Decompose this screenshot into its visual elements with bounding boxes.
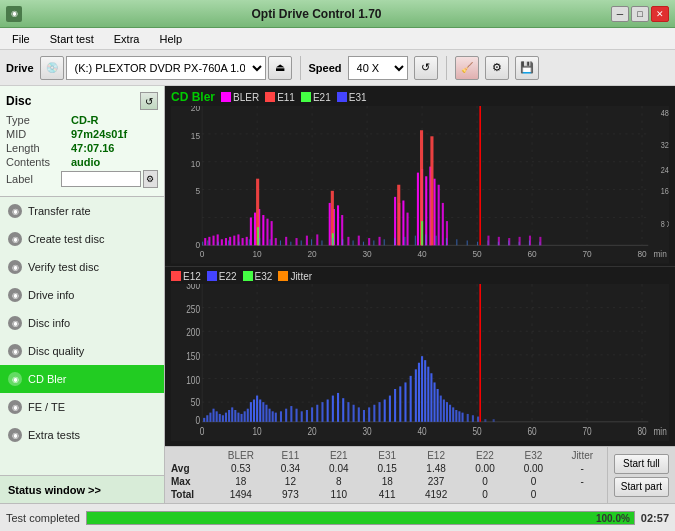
svg-rect-184 xyxy=(280,411,282,422)
svg-rect-108 xyxy=(363,242,364,246)
start-part-button[interactable]: Start part xyxy=(614,477,669,497)
svg-rect-205 xyxy=(389,395,391,421)
disc-type-label: Type xyxy=(6,114,71,126)
svg-rect-96 xyxy=(238,242,239,246)
disc-refresh-button[interactable]: ↺ xyxy=(140,92,158,110)
total-bler: 1494 xyxy=(215,488,266,501)
svg-rect-168 xyxy=(228,410,230,422)
svg-text:min: min xyxy=(653,249,666,260)
svg-text:20: 20 xyxy=(307,424,316,436)
statusbar: Test completed 100.0% 02:57 xyxy=(0,503,675,531)
svg-text:50: 50 xyxy=(472,249,481,260)
svg-rect-193 xyxy=(327,399,329,421)
sidebar-item-extra-tests[interactable]: ◉ Extra tests xyxy=(0,421,164,449)
svg-text:70: 70 xyxy=(582,424,591,436)
disc-label-input[interactable] xyxy=(61,171,141,187)
avg-e21: 0.04 xyxy=(315,462,363,475)
chart2-legend: E12 E22 E32 Jitter xyxy=(171,271,669,282)
menu-extra[interactable]: Extra xyxy=(106,31,148,47)
chart1-svg: 20 15 10 5 0 0 10 20 30 40 50 60 70 80 m… xyxy=(171,106,669,264)
svg-rect-171 xyxy=(237,412,239,421)
table-row: Max 18 12 8 18 237 0 0 - xyxy=(165,475,607,488)
svg-text:40: 40 xyxy=(417,424,426,436)
svg-rect-220 xyxy=(446,402,448,422)
svg-rect-112 xyxy=(404,237,405,245)
max-label: Max xyxy=(165,475,215,488)
total-e32: 0 xyxy=(509,488,557,501)
sidebar-item-disc-quality[interactable]: ◉ Disc quality xyxy=(0,337,164,365)
status-window-button[interactable]: Status window >> xyxy=(0,475,164,503)
sidebar-item-create-test-disc[interactable]: ◉ Create test disc xyxy=(0,225,164,253)
svg-text:80: 80 xyxy=(637,249,646,260)
svg-rect-221 xyxy=(449,404,451,421)
svg-rect-164 xyxy=(216,411,218,422)
svg-rect-37 xyxy=(208,237,210,245)
menu-start-test[interactable]: Start test xyxy=(42,31,102,47)
svg-rect-189 xyxy=(306,410,308,422)
settings-button[interactable]: ⚙ xyxy=(485,56,509,80)
separator-1 xyxy=(300,56,301,80)
svg-rect-203 xyxy=(379,402,381,422)
max-e12: 237 xyxy=(411,475,460,488)
avg-bler: 0.53 xyxy=(215,462,266,475)
svg-rect-63 xyxy=(358,236,360,246)
svg-text:20: 20 xyxy=(191,106,200,113)
save-button[interactable]: 💾 xyxy=(515,56,539,80)
svg-rect-40 xyxy=(221,239,223,245)
svg-rect-165 xyxy=(219,413,221,421)
col-label-header xyxy=(165,449,215,462)
svg-rect-188 xyxy=(301,411,303,422)
speed-label: Speed xyxy=(309,62,342,74)
create-test-disc-icon: ◉ xyxy=(8,232,22,246)
legend-jitter: Jitter xyxy=(278,271,312,282)
label-settings-button[interactable]: ⚙ xyxy=(143,170,158,188)
disc-mid-label: MID xyxy=(6,128,71,140)
status-window-label: Status window >> xyxy=(8,484,101,496)
menu-file[interactable]: File xyxy=(4,31,38,47)
svg-rect-52 xyxy=(271,221,273,245)
fe-te-icon: ◉ xyxy=(8,400,22,414)
svg-rect-177 xyxy=(256,395,258,421)
sidebar-item-fe-te[interactable]: ◉ FE / TE xyxy=(0,393,164,421)
sidebar-item-disc-info[interactable]: ◉ Disc info xyxy=(0,309,164,337)
col-e22-header: E22 xyxy=(461,449,509,462)
svg-text:15: 15 xyxy=(191,130,200,141)
close-button[interactable]: ✕ xyxy=(651,6,669,22)
max-e32: 0 xyxy=(509,475,557,488)
minimize-button[interactable]: ─ xyxy=(611,6,629,22)
disc-contents-value: audio xyxy=(71,156,100,168)
svg-text:5: 5 xyxy=(195,186,200,197)
sidebar-item-cd-bler[interactable]: ◉ CD Bler xyxy=(0,365,164,393)
chart2-svg: 300 250 200 150 100 50 0 0 10 20 30 40 5… xyxy=(171,284,669,442)
svg-rect-163 xyxy=(213,408,215,421)
svg-rect-125 xyxy=(539,242,540,246)
svg-rect-97 xyxy=(249,239,250,245)
svg-rect-162 xyxy=(209,412,211,421)
sidebar-item-drive-info[interactable]: ◉ Drive info xyxy=(0,281,164,309)
total-e22: 0 xyxy=(461,488,509,501)
drive-icon-btn[interactable]: 💿 xyxy=(40,56,64,80)
menu-help[interactable]: Help xyxy=(151,31,190,47)
max-jitter: - xyxy=(558,475,607,488)
svg-rect-160 xyxy=(203,417,205,421)
svg-rect-93 xyxy=(207,240,208,245)
speed-select[interactable]: 40 X xyxy=(348,56,408,80)
svg-rect-194 xyxy=(332,395,334,421)
svg-rect-51 xyxy=(266,219,268,246)
col-e31-header: E31 xyxy=(363,449,411,462)
refresh-button[interactable]: ↺ xyxy=(414,56,438,80)
svg-rect-218 xyxy=(440,395,442,421)
total-e12: 4192 xyxy=(411,488,460,501)
sidebar-item-verify-test-disc[interactable]: ◉ Verify test disc xyxy=(0,253,164,281)
svg-rect-169 xyxy=(231,407,233,421)
eject-button[interactable]: ⏏ xyxy=(268,56,292,80)
start-full-button[interactable]: Start full xyxy=(614,454,669,474)
erase-button[interactable]: 🧹 xyxy=(455,56,479,80)
titlebar: ◉ Opti Drive Control 1.70 ─ □ ✕ xyxy=(0,0,675,28)
maximize-button[interactable]: □ xyxy=(631,6,649,22)
sidebar-item-transfer-rate[interactable]: ◉ Transfer rate xyxy=(0,197,164,225)
disc-panel: Disc ↺ Type CD-R MID 97m24s01f Length 47… xyxy=(0,86,164,197)
drive-select[interactable]: (K:) PLEXTOR DVDR PX-760A 1.07 xyxy=(66,56,266,80)
menubar: File Start test Extra Help xyxy=(0,28,675,50)
disc-length-value: 47:07.16 xyxy=(71,142,114,154)
